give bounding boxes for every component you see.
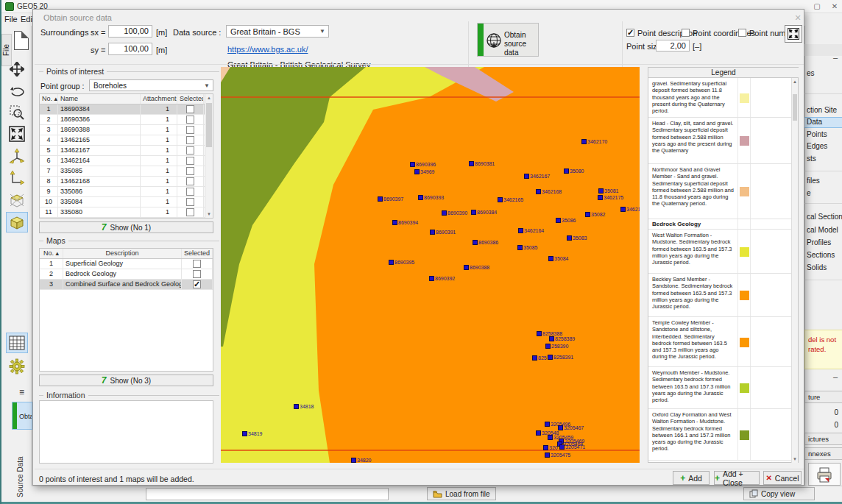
row-checkbox[interactable] [186, 116, 194, 124]
table-row[interactable]: 73350851 [40, 166, 213, 177]
map-point[interactable]: 35080 [564, 168, 584, 174]
map-point[interactable]: 8258391 [548, 355, 573, 361]
map-point[interactable]: 8690392 [429, 276, 455, 282]
menu-file[interactable]: File [4, 15, 18, 24]
copy-view-button[interactable]: Copy view [743, 487, 815, 500]
map-point[interactable]: 3462170 [581, 139, 607, 145]
sy-input[interactable]: 100,00 [108, 43, 152, 55]
rotate-icon[interactable] [6, 81, 28, 102]
point-coordinates-checkbox[interactable] [682, 29, 690, 37]
sx-input[interactable]: 100,00 [108, 25, 152, 38]
map-point[interactable]: 8690397 [378, 196, 403, 202]
map-point[interactable]: 8690395 [389, 260, 414, 266]
sidebar-item-solids[interactable]: Solids [807, 263, 842, 274]
map-point[interactable]: 8690388 [464, 265, 489, 271]
map-point[interactable]: 3205467 [558, 425, 584, 431]
add-button[interactable]: + Add [673, 471, 710, 485]
point-description-checkbox[interactable] [626, 29, 634, 37]
sidebar-item-ctionsite[interactable]: ction Site [807, 106, 842, 117]
column-header[interactable]: Selected [177, 94, 204, 104]
column-header[interactable]: Description [63, 249, 182, 258]
source-data-tab[interactable]: Source Data [16, 450, 26, 497]
column-header[interactable]: Selected [182, 249, 213, 258]
map-point[interactable]: 8690391 [430, 230, 456, 235]
annexes-button-fragment[interactable]: nnexes [804, 447, 842, 460]
pictures-button-fragment[interactable]: ictures [804, 433, 842, 445]
table-row[interactable]: 5134621671 [40, 146, 213, 156]
map-point[interactable]: 825 [532, 355, 547, 361]
pan-icon[interactable] [6, 59, 28, 79]
table-row[interactable]: 6134621641 [40, 156, 213, 166]
row-checkbox[interactable] [193, 260, 201, 268]
map-point[interactable]: 35086 [556, 218, 576, 224]
show-point-button[interactable]: 7 Show (No 1) [39, 221, 213, 233]
maximize-icon[interactable]: ▢ [811, 1, 823, 11]
sidebar-item-data[interactable]: Data [804, 117, 842, 128]
sidebar-item-sts[interactable]: sts [807, 155, 842, 166]
row-checkbox[interactable] [186, 136, 194, 144]
obtain-source-data-button[interactable]: Obtain source data [477, 23, 539, 57]
row-checkbox[interactable] [186, 126, 194, 134]
map-point[interactable]: 35082 [585, 212, 605, 218]
sidebar-item-e[interactable]: e [807, 189, 842, 200]
map-point[interactable]: 3462168 [536, 189, 562, 195]
map-point[interactable]: 8690396 [410, 162, 436, 168]
map-point[interactable]: 35085 [517, 245, 537, 251]
table-row[interactable]: 8134621681 [40, 177, 213, 187]
table-row[interactable]: 3186903881 [40, 125, 213, 135]
table-row[interactable]: 103350841 [40, 197, 213, 207]
column-header[interactable]: No. ▴ [40, 249, 63, 258]
sidebar-item-edges[interactable]: Edges [807, 142, 842, 153]
sidebar-item-calmodel[interactable]: cal Model [807, 226, 842, 237]
tables-icon[interactable] [6, 333, 28, 353]
row-checkbox[interactable] [186, 146, 194, 155]
map-point[interactable]: 34969 [414, 169, 434, 175]
fit-view-icon[interactable] [6, 124, 28, 144]
zoom-region-icon[interactable] [6, 102, 28, 123]
point-group-select[interactable]: Boreholes ▼ [89, 79, 213, 91]
map-point[interactable]: 35084 [548, 256, 568, 262]
map-point[interactable]: 8690386 [473, 240, 498, 246]
load-from-file-button[interactable]: Load from file [427, 487, 496, 500]
row-checkbox[interactable] [193, 280, 201, 288]
cancel-button[interactable]: ✕ Cancel [763, 471, 802, 485]
obtain-source-data-main-button[interactable]: Obta [12, 402, 32, 430]
settings-gear-icon[interactable] [6, 356, 28, 377]
row-checkbox[interactable] [186, 157, 194, 165]
sidebar-item-calsections[interactable]: cal Sections [807, 213, 842, 224]
map-point[interactable]: 3205471 [559, 444, 585, 450]
command-input[interactable] [146, 488, 389, 500]
print-button[interactable] [808, 463, 841, 486]
table-row[interactable]: 2Bedrock Geology [40, 269, 213, 280]
row-checkbox[interactable] [186, 188, 194, 196]
geology-map[interactable]: 8690396349698690381346217034621673508034… [221, 67, 640, 463]
table-row[interactable]: 113350801 [40, 207, 213, 218]
bgs-link[interactable]: https://www.bgs.ac.uk/ [227, 45, 308, 54]
sidebar-item-es[interactable]: es [807, 69, 842, 80]
map-point[interactable]: 3462175 [598, 195, 623, 201]
sidebar-item-points[interactable]: Points [807, 130, 842, 141]
table-row[interactable]: 3Combined Surface and Bedrock Geology (1… [40, 280, 213, 290]
map-point[interactable]: 35083 [567, 235, 587, 241]
map-point[interactable]: 8258389 [549, 336, 575, 342]
add-close-button[interactable]: + Add + Close [714, 471, 760, 485]
picture-button-fragment[interactable]: ture [804, 391, 842, 403]
row-checkbox[interactable] [186, 167, 194, 175]
close-icon[interactable]: ✕ [829, 1, 841, 11]
new-file-icon[interactable] [14, 31, 29, 50]
frame-list-icon[interactable]: ≡ [19, 387, 24, 397]
map-point[interactable]: 8690390 [442, 210, 467, 216]
point-size-input[interactable]: 2,00 [656, 40, 690, 52]
map-point[interactable]: 35081 [598, 188, 618, 194]
map-point[interactable]: 8690393 [418, 195, 444, 201]
map-point[interactable]: 34818 [294, 404, 314, 410]
data-source-select[interactable]: Great Britain - BGS ▼ [226, 25, 329, 38]
map-point[interactable]: 3462164 [518, 228, 544, 234]
table-row[interactable]: 2186903861 [40, 115, 213, 125]
row-checkbox[interactable] [186, 105, 194, 113]
dialog-close-icon[interactable]: ✕ [793, 13, 803, 23]
legend-scrollbar[interactable]: ▲ ▼ [791, 78, 798, 463]
poi-table-scrollbar[interactable]: ▲▼ [205, 94, 213, 218]
map-point[interactable]: 258390 [545, 344, 568, 349]
panel-minimize-icon[interactable]: – [833, 53, 838, 62]
